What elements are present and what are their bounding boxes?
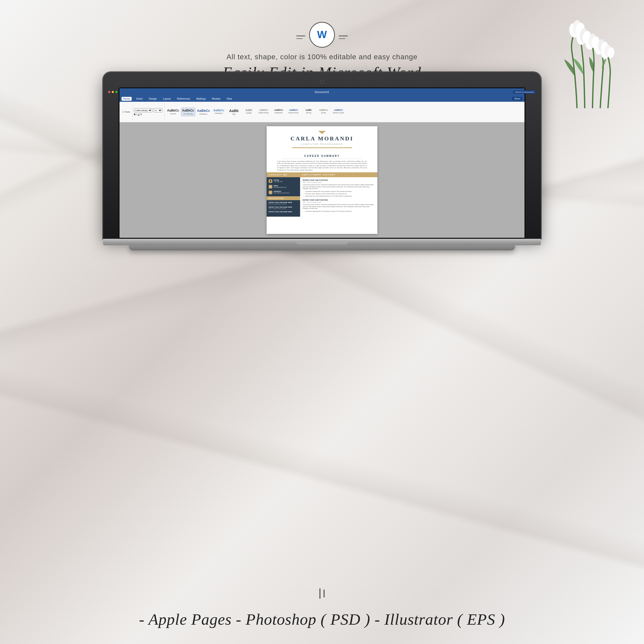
italic-button[interactable]: I — [136, 113, 137, 116]
line-3 — [339, 36, 348, 36]
menu-home[interactable]: Home — [122, 97, 132, 101]
style-subtle-emph-label: Subtle Emph. — [258, 112, 269, 114]
bottom-subtitle: - Apple Pages - Photoshop ( PSD ) - Illu… — [139, 610, 505, 629]
style-normal[interactable]: AaBbCc Normal — [166, 108, 180, 116]
job-1-bullet-3: — lobortis vitae nunc quis, eleifend ele… — [303, 195, 375, 197]
education-header: EDUCATION — [267, 196, 300, 200]
job-1: ENTER YOUR JOB POSITION 2010 - 2012 | Co… — [303, 179, 375, 197]
underline-button[interactable]: U — [138, 113, 140, 116]
menu-view[interactable]: View — [225, 97, 234, 101]
paste-button[interactable]: 📋 Paste — [122, 111, 130, 113]
email-value: User@example.com — [274, 187, 286, 189]
career-summary-section: CAREER SUMMARY Lorem ipsum dolor sit ame… — [267, 151, 377, 171]
bullet-dash-1: — — [303, 191, 304, 192]
style-strong-preview: AaBb — [306, 109, 312, 111]
divider-icon — [314, 587, 330, 603]
laptop-feet-bar — [129, 245, 515, 250]
style-intense-quote-label: Intense Quote — [333, 112, 344, 114]
bold-button[interactable]: B — [134, 113, 136, 116]
address-value: Your Address Name Here — [274, 192, 290, 194]
phone-icon: 📱 — [269, 179, 272, 183]
menu-insert[interactable]: Insert — [135, 97, 144, 101]
job-2-desc: Lorem ipsum dolor sit amet, consectetur … — [303, 204, 375, 210]
style-title[interactable]: AaBb Title — [227, 108, 241, 116]
job-1-company: 2010 - 2012 | Company name — [303, 182, 375, 183]
job-2-bullet-1: — Consectetur adipiscing elit. Fusce gra… — [303, 210, 375, 212]
resume-accent-triangle — [318, 131, 326, 134]
line-1 — [296, 36, 305, 36]
word-ribbon: 📋 Paste Calibri (Body) 11 B I U S — [120, 102, 524, 122]
menu-references[interactable]: References — [175, 97, 192, 101]
style-no-spacing[interactable]: AaBbCc No Spacing — [181, 108, 195, 116]
edu-item-1: ENTER YOUR JOB NAME HERE 2010 | College … — [269, 202, 298, 205]
resume-name: CARLA MORANDI — [272, 135, 372, 142]
style-heading2[interactable]: AaBbCc Heading 2 — [212, 108, 226, 116]
style-intense-emph-preview: AaBbCc — [289, 109, 298, 111]
career-summary-title: CAREER SUMMARY — [272, 155, 372, 157]
style-strong-label: Strong — [306, 112, 311, 114]
style-heading2-label: Heading 2 — [215, 112, 223, 114]
job-1-desc: Lorem ipsum dolor sit amet, consectetur … — [303, 184, 375, 190]
edu-title-3: ENTER YOUR JOB NAME HERE — [269, 211, 298, 213]
resume-header: CARLA MORANDI COMPUTER PROGRAMMER — [267, 126, 377, 151]
edu-detail-1: 2010 | College Name | Address — [269, 203, 298, 205]
menu-review[interactable]: Review — [210, 97, 222, 101]
style-heading2-preview: AaBbCc — [213, 109, 224, 112]
resume-left-col: CONTACT ME 📱 PHONE +123 456 789 — [267, 172, 300, 217]
style-quote[interactable]: AaBbCc Quote — [316, 108, 331, 116]
contact-phone: 📱 PHONE +123 456 789 — [269, 179, 298, 183]
style-subtle-emphasis[interactable]: AaBbCc Subtle Emph. — [257, 108, 271, 116]
word-icon-wrapper: W — [296, 22, 348, 53]
laptop-outer: Document1 Search in Document Home Insert… — [103, 72, 541, 239]
word-doc-area: CARLA MORANDI COMPUTER PROGRAMMER CAREER… — [120, 122, 524, 238]
bullet-dash-2: — — [303, 193, 304, 195]
line-4 — [339, 38, 345, 39]
style-title-label: Title — [232, 113, 235, 115]
style-normal-preview: AaBbCc — [167, 109, 179, 112]
job-1-bullet-1: — Consectetur adipiscing elit. Fusce gra… — [303, 191, 375, 192]
style-normal-label: Normal — [170, 113, 176, 115]
phone-value: +123 456 789 — [274, 181, 282, 183]
address-icon: 🏠 — [269, 191, 272, 194]
strikethrough-button[interactable]: S — [140, 113, 142, 116]
bullet-text-2: Duis lacus neque, egestas in velit ac, l… — [305, 193, 347, 195]
menu-design[interactable]: Design — [147, 97, 158, 101]
left-lines — [296, 36, 305, 39]
career-summary-text: Lorem ipsum dolor sit amet, consectetur … — [272, 160, 372, 171]
font-select[interactable]: Calibri (Body) — [134, 108, 152, 112]
menu-layout[interactable]: Layout — [162, 97, 172, 101]
style-strong[interactable]: AaBb Strong — [301, 108, 316, 116]
resume-right-col: EMPLOYMENT HISTORY ENTER YOUR JOB POSITI… — [300, 172, 377, 217]
laptop-container: Document1 Search in Document Home Insert… — [103, 72, 541, 250]
style-intense-quote[interactable]: AaBbCc Intense Quote — [331, 108, 345, 116]
resume-page: CARLA MORANDI COMPUTER PROGRAMMER CAREER… — [267, 126, 377, 234]
edu-item-2: ENTER YOUR JOB NAME HERE 2010 | College … — [269, 206, 298, 209]
style-emphasis[interactable]: AaBbCc Emphasis — [272, 108, 286, 116]
share-button[interactable]: Share — [512, 97, 522, 100]
styles-group: AaBbCc Normal AaBbCc No Spacing AaBbCc H… — [166, 108, 522, 116]
word-icon: W — [309, 22, 335, 48]
style-intense-quote-preview: AaBbCc — [334, 109, 343, 111]
font-size-select[interactable]: 11 — [153, 108, 162, 112]
laptop-screen: Document1 Search in Document Home Insert… — [118, 87, 526, 239]
style-subtitle-label: Subtitle — [246, 112, 252, 114]
section-divider — [282, 159, 362, 159]
style-heading1-preview: AaBbCc — [197, 109, 210, 113]
style-subtle-emph-preview: AaBbCc — [259, 109, 268, 111]
style-emphasis-preview: AaBbCc — [274, 109, 283, 111]
job-1-position: ENTER YOUR JOB POSITION — [303, 179, 375, 181]
clipboard-group: 📋 Paste — [122, 103, 132, 121]
style-intense-emphasis[interactable]: AaBbCc Intense Emp. — [286, 108, 301, 116]
bullet-dash-4: — — [303, 210, 304, 212]
search-placeholder[interactable]: Search in Document — [515, 91, 524, 93]
job-1-bullet-2: — Duis lacus neque, egestas in velit ac,… — [303, 193, 375, 195]
bullet-dash-3: — — [303, 195, 304, 197]
line-2 — [296, 38, 303, 39]
style-heading1[interactable]: AaBbCc Heading 1 — [196, 108, 211, 116]
style-heading1-label: Heading 1 — [199, 113, 208, 115]
menu-mailings[interactable]: Mailings — [195, 97, 207, 101]
job-2: ENTER YOUR JOB POSITION 2010 - 2012 | Co… — [303, 199, 375, 212]
font-group: Calibri (Body) 11 B I U S — [134, 103, 165, 121]
style-subtitle[interactable]: AaBb Subtitle — [242, 108, 256, 116]
word-title-bar: Document1 Search in Document — [120, 88, 524, 96]
